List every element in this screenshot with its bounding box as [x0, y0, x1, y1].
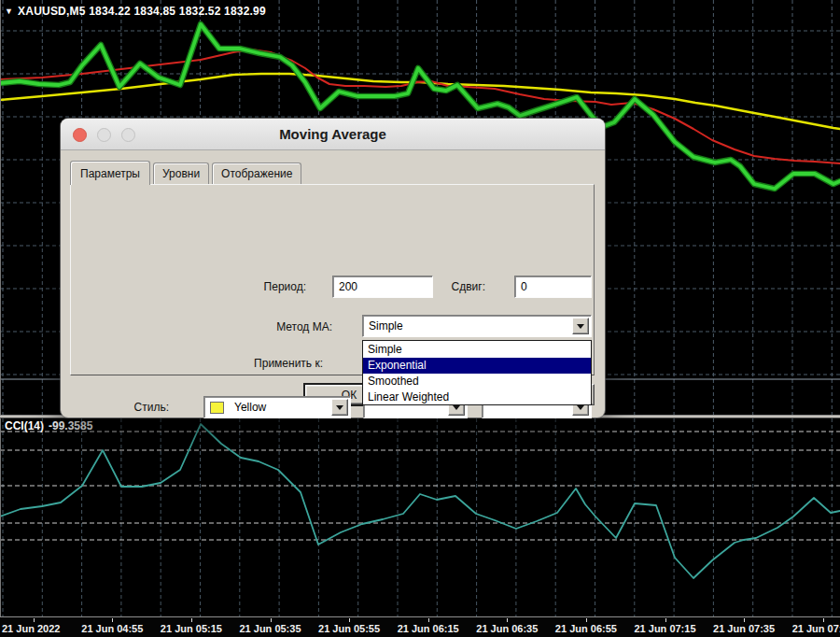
time-label: 21 Jun 06:15 [398, 623, 459, 634]
period-input[interactable]: 200 [332, 276, 433, 298]
axis-tick [191, 618, 192, 622]
method-option-simple[interactable]: Simple [363, 342, 591, 358]
dialog-tabs: Параметры Уровни Отображение [70, 161, 304, 184]
time-axis[interactable]: 21 Jun 202221 Jun 04:5521 Jun 05:1521 Ju… [0, 616, 840, 637]
chart-symbol-ohlc: ▼XAUUSD,M5 1834.22 1834.85 1832.52 1832.… [5, 5, 266, 18]
axis-tick [507, 618, 508, 622]
tab-levels[interactable]: Уровни [153, 163, 209, 184]
method-option-linear-weighted[interactable]: Linear Weighted [363, 389, 591, 405]
ma-method-dropdown-list: Simple Exponential Smoothed Linear Weigh… [362, 340, 592, 405]
time-label: 21 Jun 07:15 [634, 623, 695, 634]
moving-average-dialog: Moving Average Параметры Уровни Отображе… [61, 119, 605, 418]
time-label: 21 Jun 04:55 [81, 623, 143, 634]
time-label: 21 Jun 06:35 [476, 623, 538, 634]
apply-to-label: Применить к: [254, 357, 323, 370]
tab-visualization[interactable]: Отображение [212, 163, 301, 184]
chart-dropdown-icon[interactable]: ▼ [5, 7, 13, 16]
axis-tick [665, 618, 666, 622]
cci-indicator-label: CCI(14)-99.3585 [5, 419, 92, 432]
axis-tick [744, 618, 745, 622]
time-label: 21 Jun 2022 [2, 623, 60, 634]
maximize-icon[interactable] [121, 128, 135, 142]
cci-value: -99.3585 [49, 419, 92, 432]
dialog-titlebar[interactable]: Moving Average [61, 119, 605, 150]
time-label: 21 Jun 07:55 [792, 623, 840, 634]
ma-method-select[interactable]: Simple [362, 315, 592, 337]
symbol-label: XAUUSD,M5 [18, 5, 85, 18]
ohlc-values: 1834.22 1834.85 1832.52 1832.99 [89, 5, 266, 18]
close-icon[interactable] [73, 128, 87, 142]
axis-tick [428, 618, 429, 622]
window-left-edge [0, 0, 1, 637]
method-option-exponential[interactable]: Exponential [363, 358, 591, 374]
axis-tick [112, 618, 113, 622]
period-label: Период: [264, 280, 306, 293]
cci-line [0, 424, 840, 578]
minimize-icon[interactable] [97, 128, 111, 142]
axis-tick [823, 618, 824, 622]
shift-label: Сдвиг: [452, 280, 485, 293]
chevron-down-icon[interactable] [572, 318, 589, 334]
color-swatch [210, 402, 224, 414]
axis-tick [349, 618, 350, 622]
style-color-select[interactable]: Yellow [203, 396, 351, 418]
axis-tick [586, 618, 587, 622]
method-option-smoothed[interactable]: Smoothed [363, 374, 591, 389]
time-label: 21 Jun 05:35 [239, 623, 301, 634]
time-label: 21 Jun 06:55 [555, 623, 617, 634]
chevron-down-icon[interactable] [331, 399, 348, 416]
shift-value: 0 [515, 276, 591, 293]
parameters-page: Период: 200 Сдвиг: 0 Метод MA: Simple Пр… [70, 184, 595, 375]
time-label: 21 Jun 07:35 [713, 623, 775, 634]
time-label: 21 Jun 05:55 [318, 623, 380, 634]
period-value: 200 [333, 276, 432, 293]
cci-name: CCI(14) [5, 419, 44, 432]
axis-tick [271, 618, 272, 622]
tab-parameters[interactable]: Параметры [70, 161, 150, 185]
style-color-value: Yellow [204, 397, 350, 414]
shift-input[interactable]: 0 [514, 276, 592, 298]
cci-chart-svg [0, 418, 840, 616]
axis-tick [34, 618, 35, 622]
cci-indicator-panel[interactable]: CCI(14)-99.3585 [0, 418, 840, 616]
ma-method-value: Simple [363, 316, 591, 333]
time-label: 21 Jun 05:15 [161, 623, 222, 634]
metatrader-window: ▼XAUUSD,M5 1834.22 1834.85 1832.52 1832.… [0, 0, 840, 637]
dialog-title: Moving Average [61, 119, 605, 150]
ma-method-label: Метод MA: [276, 320, 332, 333]
style-label: Стиль: [134, 401, 169, 414]
